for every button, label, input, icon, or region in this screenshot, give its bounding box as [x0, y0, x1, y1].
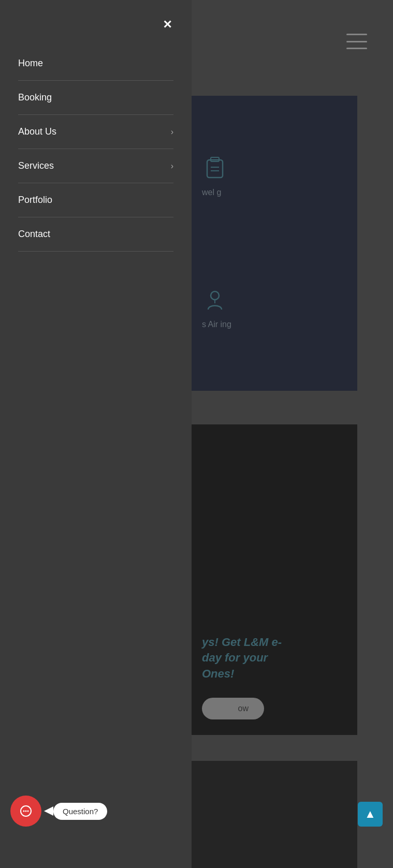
chat-question-label[interactable]: Question?: [53, 803, 107, 820]
scroll-to-top-button[interactable]: ▲: [358, 802, 383, 827]
nav-label-services: Services: [18, 160, 54, 171]
nav-link-contact[interactable]: Contact: [18, 217, 173, 251]
nav-item-portfolio: Portfolio: [18, 183, 173, 217]
nav-label-about-us: About Us: [18, 126, 56, 137]
nav-item-about-us: About Us ›: [18, 115, 173, 149]
chat-icon: [19, 804, 33, 818]
chat-arrow: [44, 806, 53, 816]
nav-item-services: Services ›: [18, 149, 173, 183]
nav-link-services[interactable]: Services ›: [18, 149, 173, 183]
close-sidebar-button[interactable]: ✕: [158, 16, 176, 34]
nav-label-portfolio: Portfolio: [18, 195, 52, 205]
nav-list: Home Booking About Us › Services › Portf…: [18, 47, 173, 252]
sidebar-drawer: ✕ Home Booking About Us › Services ›: [0, 0, 192, 868]
chevron-down-icon-about-us: ›: [171, 127, 173, 137]
nav-link-booking[interactable]: Booking: [18, 81, 173, 114]
nav-link-portfolio[interactable]: Portfolio: [18, 183, 173, 217]
chat-widget: Question?: [10, 796, 107, 827]
nav-item-booking: Booking: [18, 81, 173, 115]
nav-label-booking: Booking: [18, 92, 52, 103]
nav-label-contact: Contact: [18, 229, 50, 240]
svg-point-8: [25, 811, 27, 812]
chat-button[interactable]: [10, 796, 41, 827]
nav-link-home[interactable]: Home: [18, 47, 173, 80]
nav-link-about-us[interactable]: About Us ›: [18, 115, 173, 149]
nav-item-contact: Contact: [18, 217, 173, 252]
svg-point-7: [23, 811, 25, 812]
nav-item-home: Home: [18, 47, 173, 81]
svg-point-9: [27, 811, 29, 812]
nav-label-home: Home: [18, 58, 43, 69]
chevron-down-icon-services: ›: [171, 161, 173, 171]
